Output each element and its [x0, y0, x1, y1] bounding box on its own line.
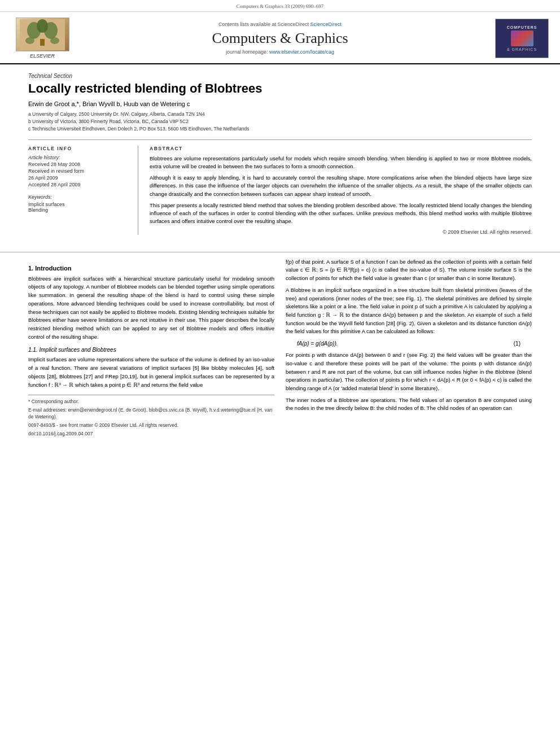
received-revised-label: Received in revised form: [28, 168, 129, 174]
section-divider: [0, 252, 560, 252]
section1-title: Introduction: [35, 265, 71, 272]
history-label: Article history:: [28, 155, 129, 160]
received-date: Received 28 May 2008: [28, 161, 129, 167]
article-title: Locally restricted blending of Blobtrees: [28, 81, 532, 96]
article-info-abstract: ARTICLE INFO Article history: Received 2…: [28, 139, 532, 235]
main-left-column: 1. Introduction Blobtrees are implicit s…: [28, 258, 274, 439]
elsevier-logo-section: ELSEVIER: [11, 18, 73, 59]
elsevier-label-text: ELSEVIER: [30, 53, 55, 59]
footnote-copyright: 0097-8493/$ - see front matter © 2009 El…: [28, 422, 274, 429]
contents-available-text: Contents lists available at ScienceDirec…: [218, 21, 309, 27]
main-two-columns: 1. Introduction Blobtrees are implicit s…: [28, 258, 532, 439]
abstract-text: Blobtrees are volume representations par…: [150, 155, 532, 226]
journal-homepage: journal homepage: www.elsevier.com/locat…: [85, 49, 475, 55]
affiliation-c: c Technische Universiteit Eindhoven, Den…: [28, 125, 532, 133]
keyword-2: Blending: [28, 207, 129, 213]
abstract-para1: Blobtrees are volume representations par…: [150, 155, 532, 171]
abstract-copyright: © 2009 Elsevier Ltd. All rights reserved…: [150, 229, 532, 235]
article-history: Article history: Received 28 May 2008 Re…: [28, 155, 129, 187]
svg-point-5: [25, 37, 34, 44]
section1-para1: Blobtrees are implicit surfaces with a h…: [28, 275, 274, 342]
section1-right-para4: The inner nodes of a Blobtree are operat…: [286, 396, 532, 413]
homepage-label: journal homepage:: [226, 49, 268, 55]
abstract-title: ABSTRACT: [150, 146, 532, 151]
received-revised-date: 26 April 2009: [28, 175, 129, 181]
footnote-doi: doi:10.1016/j.cag.2009.04.007: [28, 431, 274, 438]
equation-number: (1): [514, 340, 520, 347]
keyword-1: Implicit surfaces: [28, 202, 129, 207]
cg-logo-text-bottom: & GRAPHICS: [507, 47, 537, 51]
subsection1-1-heading: 1.1. Implicit surfaces and Blobtrees: [28, 347, 274, 353]
section1-right-para3: For points p with distance dA(p) between…: [286, 351, 532, 393]
main-content: 1. Introduction Blobtrees are implicit s…: [0, 258, 560, 439]
svg-rect-4: [40, 39, 45, 46]
section1-right-para2: A Blobtree is an implicit surface organi…: [286, 286, 532, 336]
footnote-section: * Corresponding author. E-mail addresses…: [28, 395, 274, 437]
equation-text: fA(p) = g(dA(p)).: [297, 340, 338, 347]
article-info-title: ARTICLE INFO: [28, 146, 129, 151]
section1-right-text: f(p) of that point. A surface S of a fun…: [286, 258, 532, 336]
homepage-url[interactable]: www.elsevier.com/locate/cag: [269, 49, 334, 55]
affiliation-b: b University of Victoria, 3800 Finnerty …: [28, 118, 532, 125]
abstract-para2: Although it is easy to apply blending, i…: [150, 174, 532, 198]
sciencedirect-link[interactable]: ScienceDirect: [310, 21, 342, 27]
section1-right-para1: f(p) of that point. A surface S of a fun…: [286, 258, 532, 283]
authors-text: Erwin de Groot a,*, Brian Wyvill b, Huub…: [28, 101, 190, 107]
elsevier-logo-image: [16, 18, 69, 51]
equation-block: fA(p) = g(dA(p)). (1): [297, 340, 520, 347]
section1-right-text2: For points p with distance dA(p) between…: [286, 351, 532, 413]
sciencedirect-line: Contents lists available at ScienceDirec…: [85, 21, 475, 27]
affiliation-a: a University of Calgary, 2500 University…: [28, 111, 532, 118]
section1-heading: 1. Introduction: [28, 265, 274, 272]
footnote-corresponding: * Corresponding author.: [28, 399, 274, 405]
accepted-date: Accepted 28 April 2009: [28, 182, 129, 187]
section1-1-para: Implicit surfaces are volume representat…: [28, 356, 274, 389]
elsevier-logo: ELSEVIER: [11, 18, 73, 59]
keywords-label: Keywords:: [28, 194, 129, 200]
left-column: ARTICLE INFO Article history: Received 2…: [28, 146, 138, 235]
top-bar: Computers & Graphics 33 (2009) 690–697: [0, 0, 560, 12]
cg-logo: COMPUTERS & GRAPHICS: [495, 19, 549, 58]
footnote-email-text: E-mail addresses: erwin@erwindegroot.nl …: [28, 407, 272, 420]
cg-logo-graphic: [511, 30, 533, 46]
abstract-column: ABSTRACT Blobtrees are volume representa…: [150, 146, 532, 235]
elsevier-tree-svg: [20, 19, 65, 50]
cg-logo-section: COMPUTERS & GRAPHICS: [487, 19, 549, 58]
journal-title: Computers & Graphics: [85, 30, 475, 47]
authors-line: Erwin de Groot a,*, Brian Wyvill b, Huub…: [28, 101, 532, 107]
footnote-email: E-mail addresses: erwin@erwindegroot.nl …: [28, 407, 274, 421]
journal-header: ELSEVIER Contents lists available at Sci…: [0, 12, 560, 64]
section-label: Technical Section: [28, 73, 532, 79]
article-body: Technical Section Locally restricted ble…: [0, 64, 560, 246]
affiliations: a University of Calgary, 2500 University…: [28, 111, 532, 132]
abstract-para3: This paper presents a locally restricted…: [150, 202, 532, 226]
main-right-column: f(p) of that point. A surface S of a fun…: [286, 258, 532, 439]
section1-number: 1.: [28, 265, 33, 272]
cg-logo-text-top: COMPUTERS: [507, 25, 537, 29]
section1-1-text: Implicit surfaces are volume representat…: [28, 356, 274, 389]
journal-title-section: Contents lists available at ScienceDirec…: [73, 21, 487, 55]
journal-citation: Computers & Graphics 33 (2009) 690–697: [237, 3, 324, 9]
keywords-block: Keywords: Implicit surfaces Blending: [28, 194, 129, 213]
svg-point-6: [50, 37, 59, 44]
section1-text: Blobtrees are implicit surfaces with a h…: [28, 275, 274, 342]
svg-point-3: [37, 19, 48, 33]
